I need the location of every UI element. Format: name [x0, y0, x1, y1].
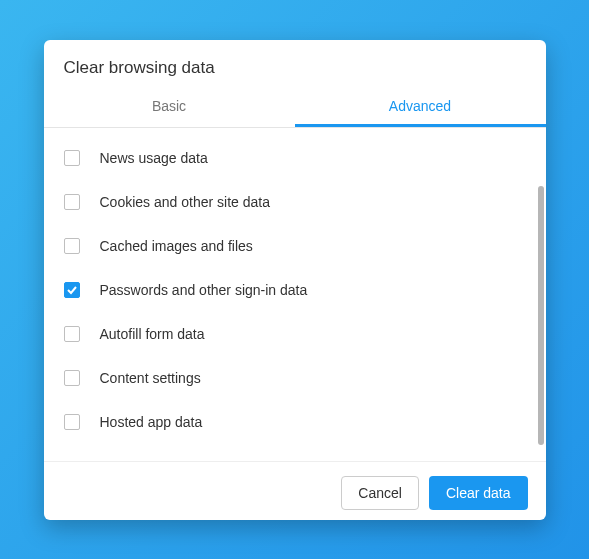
scrollbar-thumb[interactable]	[538, 186, 544, 445]
clear-data-button[interactable]: Clear data	[429, 476, 528, 510]
list-item: Content settings	[44, 356, 546, 400]
checkbox-cookies[interactable]	[64, 194, 80, 210]
dialog-title: Clear browsing data	[44, 40, 546, 88]
list-item: Passwords and other sign-in data	[44, 268, 546, 312]
tab-basic[interactable]: Basic	[44, 88, 295, 127]
checkbox-autofill[interactable]	[64, 326, 80, 342]
list-item: Cached images and files	[44, 224, 546, 268]
check-icon	[66, 284, 78, 296]
item-label: News usage data	[100, 150, 208, 166]
options-list: News usage data Cookies and other site d…	[44, 128, 546, 461]
checkbox-cached-images[interactable]	[64, 238, 80, 254]
item-label: Autofill form data	[100, 326, 205, 342]
list-item: Cookies and other site data	[44, 180, 546, 224]
item-label: Hosted app data	[100, 414, 203, 430]
checkbox-news-usage[interactable]	[64, 150, 80, 166]
options-list-wrap: News usage data Cookies and other site d…	[44, 128, 546, 461]
list-item: Autofill form data	[44, 312, 546, 356]
item-label: Cookies and other site data	[100, 194, 270, 210]
dialog-footer: Cancel Clear data	[44, 461, 546, 520]
item-label: Content settings	[100, 370, 201, 386]
list-item: Hosted app data	[44, 400, 546, 444]
tab-basic-label: Basic	[152, 98, 186, 114]
cancel-button[interactable]: Cancel	[341, 476, 419, 510]
list-item: News usage data	[44, 136, 546, 180]
checkbox-content-settings[interactable]	[64, 370, 80, 386]
item-label: Cached images and files	[100, 238, 253, 254]
checkbox-hosted-app[interactable]	[64, 414, 80, 430]
tab-advanced[interactable]: Advanced	[295, 88, 546, 127]
dialog-tabs: Basic Advanced	[44, 88, 546, 128]
tab-advanced-label: Advanced	[389, 98, 451, 114]
checkbox-passwords[interactable]	[64, 282, 80, 298]
clear-browsing-data-dialog: Clear browsing data Basic Advanced News …	[44, 40, 546, 520]
item-label: Passwords and other sign-in data	[100, 282, 308, 298]
